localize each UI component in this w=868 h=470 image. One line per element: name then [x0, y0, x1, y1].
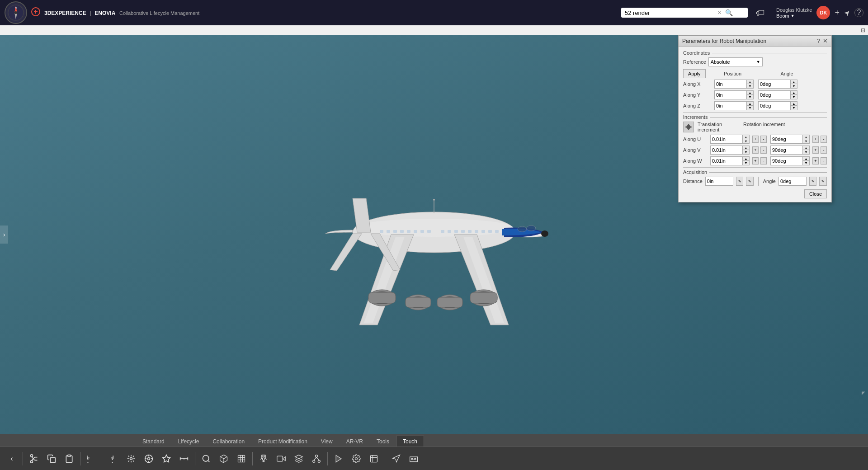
- camera-btn[interactable]: [273, 451, 289, 467]
- rot-u-field[interactable]: [771, 135, 802, 143]
- robot-btn[interactable]: [255, 451, 272, 467]
- undo-btn[interactable]: [83, 451, 99, 467]
- rot-w-down[interactable]: ▼: [803, 161, 809, 165]
- rot-w-plus-btn[interactable]: +: [812, 157, 819, 164]
- layout-btn[interactable]: [366, 451, 382, 467]
- rot-u-minus-btn[interactable]: -: [821, 136, 827, 143]
- trans-w-spinners[interactable]: ▲ ▼: [742, 157, 749, 165]
- tab-view[interactable]: View: [314, 436, 340, 446]
- copy-btn[interactable]: [43, 451, 60, 467]
- expand-icon[interactable]: ⊡: [861, 27, 865, 33]
- rot-v-spinners[interactable]: ▲ ▼: [802, 146, 809, 154]
- navigate-btn[interactable]: [388, 451, 404, 467]
- trans-v-down[interactable]: ▼: [743, 150, 749, 154]
- trans-v-minus-btn[interactable]: -: [760, 146, 767, 154]
- angle-z-up[interactable]: ▲: [791, 102, 797, 106]
- pos-y-spinners[interactable]: ▲ ▼: [746, 91, 753, 99]
- close-button[interactable]: Close: [804, 189, 827, 198]
- rot-w-up[interactable]: ▲: [803, 157, 809, 161]
- angle-x-spinners[interactable]: ▲ ▼: [790, 80, 797, 88]
- dialog-close-btn[interactable]: ✕: [823, 38, 828, 44]
- tab-touch[interactable]: Touch: [396, 436, 424, 446]
- angle-y-input[interactable]: ▲ ▼: [758, 90, 797, 99]
- paste-btn[interactable]: [61, 451, 77, 467]
- tab-product-modification[interactable]: Product Modification: [251, 436, 314, 446]
- trans-w-down[interactable]: ▼: [743, 161, 749, 165]
- pos-y-down[interactable]: ▼: [747, 95, 753, 99]
- share-icon[interactable]: ➤: [842, 8, 852, 18]
- pos-z-spinners[interactable]: ▲ ▼: [746, 102, 753, 110]
- angle-y-up[interactable]: ▲: [791, 91, 797, 95]
- cube-view-btn[interactable]: [216, 451, 232, 467]
- rot-u-input[interactable]: ▲ ▼: [770, 135, 810, 144]
- rot-u-plus-btn[interactable]: +: [812, 136, 819, 143]
- pos-x-spinners[interactable]: ▲ ▼: [746, 80, 753, 88]
- trans-w-plus-btn[interactable]: +: [752, 157, 759, 164]
- trans-v-field[interactable]: [711, 146, 742, 154]
- search-clear-icon[interactable]: ✕: [717, 10, 722, 16]
- pos-y-up[interactable]: ▲: [747, 91, 753, 95]
- side-expand-arrow[interactable]: ›: [0, 226, 8, 244]
- angle-y-spinners[interactable]: ▲ ▼: [790, 91, 797, 99]
- toolbar-scroll-left[interactable]: ‹: [4, 451, 20, 467]
- rot-v-field[interactable]: [771, 146, 802, 154]
- apply-button[interactable]: Apply: [683, 69, 706, 78]
- pos-x-down[interactable]: ▼: [747, 84, 753, 88]
- trans-w-minus-btn[interactable]: -: [760, 157, 767, 164]
- ds-logo[interactable]: [31, 7, 41, 19]
- zoom-btn[interactable]: [198, 451, 214, 467]
- tab-lifecycle[interactable]: Lifecycle: [171, 436, 206, 446]
- pos-y-input[interactable]: ▲ ▼: [714, 90, 754, 99]
- distance-pick-btn1[interactable]: ✎: [736, 177, 744, 186]
- trans-v-up[interactable]: ▲: [743, 146, 749, 150]
- user-avatar[interactable]: DK: [816, 6, 830, 19]
- measure-btn[interactable]: [176, 451, 192, 467]
- pos-z-field[interactable]: [715, 102, 746, 110]
- angle-x-down[interactable]: ▼: [791, 84, 797, 88]
- reference-select[interactable]: Absolute ▼: [708, 57, 763, 66]
- pos-z-up[interactable]: ▲: [747, 102, 753, 106]
- trans-u-input[interactable]: ▲ ▼: [710, 135, 750, 144]
- rot-v-plus-btn[interactable]: +: [812, 146, 819, 154]
- rot-w-spinners[interactable]: ▲ ▼: [802, 157, 809, 165]
- distance-pick-btn2[interactable]: ✎: [746, 177, 754, 186]
- trans-w-up[interactable]: ▲: [743, 157, 749, 161]
- tab-tools[interactable]: Tools: [370, 436, 396, 446]
- trans-w-input[interactable]: ▲ ▼: [710, 156, 750, 165]
- tag-icon[interactable]: 🏷: [756, 8, 765, 18]
- angle-x-field[interactable]: [759, 80, 790, 88]
- angle-y-field[interactable]: [759, 91, 790, 99]
- tab-standard[interactable]: Standard: [136, 436, 171, 446]
- trans-u-down[interactable]: ▼: [743, 139, 749, 143]
- trans-v-spinners[interactable]: ▲ ▼: [742, 146, 749, 154]
- angle-y-down[interactable]: ▼: [791, 95, 797, 99]
- rot-u-spinners[interactable]: ▲ ▼: [802, 135, 809, 143]
- rot-u-down[interactable]: ▼: [803, 139, 809, 143]
- rot-v-minus-btn[interactable]: -: [821, 146, 827, 154]
- angle-x-input[interactable]: ▲ ▼: [758, 80, 797, 89]
- angle-z-spinners[interactable]: ▲ ▼: [790, 102, 797, 110]
- transform-btn[interactable]: [123, 451, 139, 467]
- pos-y-field[interactable]: [715, 91, 746, 99]
- angle-z-field[interactable]: [759, 102, 790, 110]
- acq-angle-field[interactable]: [779, 177, 806, 185]
- help-icon[interactable]: ?: [854, 8, 863, 17]
- rot-w-field[interactable]: [771, 157, 802, 165]
- increments-icon[interactable]: [683, 122, 694, 132]
- add-icon[interactable]: +: [835, 8, 840, 18]
- trans-u-minus-btn[interactable]: -: [760, 136, 767, 143]
- trans-u-up[interactable]: ▲: [743, 135, 749, 139]
- rot-v-up[interactable]: ▲: [803, 146, 809, 150]
- vr-btn[interactable]: [406, 451, 422, 467]
- tab-ar-vr[interactable]: AR-VR: [340, 436, 370, 446]
- pos-z-input[interactable]: ▲ ▼: [714, 101, 754, 110]
- simulate-btn[interactable]: [330, 451, 347, 467]
- grid-btn[interactable]: [233, 451, 250, 467]
- trans-v-plus-btn[interactable]: +: [752, 146, 759, 154]
- assembly-btn[interactable]: [308, 451, 325, 467]
- trans-u-plus-btn[interactable]: +: [752, 136, 759, 143]
- angle-x-up[interactable]: ▲: [791, 80, 797, 84]
- compass-icon[interactable]: N: [5, 1, 27, 24]
- acq-angle-pick-btn1[interactable]: ✎: [809, 177, 817, 186]
- tab-collaboration[interactable]: Collaboration: [206, 436, 251, 446]
